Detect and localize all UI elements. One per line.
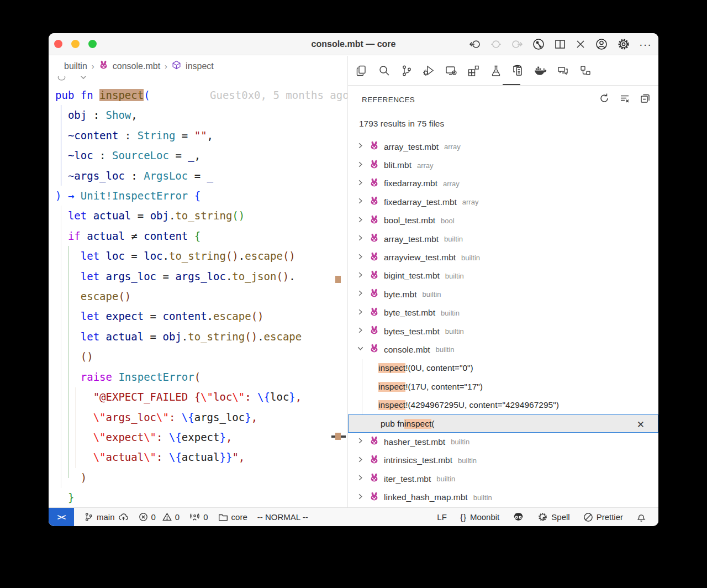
code-line: \"actual\": \{actual}}", (55, 447, 302, 467)
refresh-icon[interactable] (599, 93, 610, 106)
file-directory: array (462, 198, 479, 206)
reference-match-row[interactable]: inspect!(4294967295U, content="429496729… (348, 396, 658, 414)
reference-file-row[interactable]: array_test.mbtbuiltin (348, 230, 658, 248)
notifications-bell-icon[interactable] (636, 512, 646, 522)
reference-match-row[interactable]: inspect!(17U, content="17") (348, 377, 658, 396)
comments-icon[interactable] (556, 64, 570, 77)
vim-mode-item[interactable]: -- NORMAL -- (257, 512, 308, 522)
copilot-status-item[interactable] (513, 511, 524, 523)
code-line: \"expect\": \{expect}, (55, 427, 302, 447)
eol-status-item[interactable]: LF (437, 512, 447, 522)
code-line: let actual = obj.to_string() (55, 206, 302, 225)
file-directory: builtin (441, 309, 460, 317)
chevron-right-icon[interactable] (356, 308, 365, 318)
reference-match-row[interactable]: inspect!(0U, content="0") (348, 359, 658, 377)
code-editor[interactable]: pub fn inspect( obj : Show, ~content : S… (49, 76, 347, 507)
reference-file-row[interactable]: bytes_test.mbtbuiltin (348, 322, 658, 340)
settings-gear-icon[interactable] (617, 38, 630, 51)
chevron-right-icon[interactable] (356, 253, 365, 263)
navigate-back-icon[interactable] (469, 38, 481, 50)
close-editor-icon[interactable] (575, 39, 586, 50)
chevron-right-icon[interactable] (356, 160, 365, 171)
run-task-icon[interactable] (532, 38, 545, 51)
reference-file-row[interactable]: hasher_test.mbtbuiltin (348, 433, 658, 451)
file-directory: array (443, 180, 460, 188)
explorer-icon[interactable] (355, 64, 368, 77)
problems-status-item[interactable]: 0 0 (139, 512, 180, 522)
reference-file-row[interactable]: intrinsics_test.mbtbuiltin (348, 452, 658, 470)
breadcrumb-item-file[interactable]: console.mbt (113, 61, 160, 71)
moonbit-rabbit-icon (370, 473, 379, 485)
editor-group: builtin › console.mbt › inspect (49, 56, 347, 507)
breadcrumb: builtin › console.mbt › inspect (49, 56, 347, 76)
language-status-item[interactable]: {} Moonbit (460, 512, 499, 522)
reference-file-row[interactable]: linked_hash_map.mbtbuiltin (348, 488, 658, 506)
chevron-right-icon[interactable] (356, 141, 365, 152)
chevron-right-icon[interactable] (356, 234, 365, 244)
chevron-right-icon[interactable] (356, 474, 365, 484)
reference-file-row[interactable]: blit.mbtarray (348, 156, 658, 174)
chevron-right-icon[interactable] (356, 492, 365, 503)
hierarchy-icon[interactable] (578, 64, 592, 77)
reference-file-row[interactable]: byte.mbtbuiltin (348, 285, 658, 303)
folder-status-item[interactable]: core (218, 512, 247, 522)
chevron-right-icon[interactable] (356, 289, 365, 300)
branch-status-item[interactable]: main (84, 512, 129, 522)
remote-indicator[interactable]: >< (49, 508, 74, 527)
reference-file-row[interactable]: byte_test.mbtbuiltin (348, 304, 658, 322)
braces-icon: {} (460, 512, 467, 522)
reference-selected-row[interactable]: pub fn inspect(✕ (348, 414, 658, 433)
prettier-status-item[interactable]: Prettier (583, 512, 623, 522)
moonbit-rabbit-icon (370, 436, 379, 448)
reference-file-row[interactable]: console.mbtbuiltin (348, 340, 658, 359)
account-icon[interactable] (595, 38, 608, 51)
reference-file-row[interactable]: fixedarray_test.mbtarray (348, 193, 658, 211)
run-debug-icon[interactable] (422, 64, 436, 77)
file-directory: bool (441, 217, 455, 225)
chevron-right-icon[interactable] (356, 197, 365, 207)
code-line: let expect = content.escape() (55, 306, 302, 326)
navigate-middle-icon (490, 38, 502, 50)
breadcrumb-item-symbol[interactable]: inspect (186, 61, 214, 71)
search-icon[interactable] (377, 64, 391, 77)
moonbit-test-gutter-icon[interactable] (56, 76, 67, 83)
source-control-icon[interactable] (399, 64, 413, 77)
moonbit-rabbit-icon (370, 307, 379, 319)
code-line: () (55, 347, 302, 366)
moonbit-rabbit-icon (99, 60, 108, 72)
dismiss-reference-icon[interactable]: ✕ (637, 419, 645, 431)
chevron-right-icon[interactable] (356, 326, 365, 337)
testing-icon[interactable] (489, 64, 503, 77)
moonbit-rabbit-icon (370, 215, 379, 227)
chevron-right-icon[interactable] (356, 455, 365, 466)
split-editor-icon[interactable] (554, 38, 566, 50)
reference-file-row[interactable]: array_test.mbtarray (348, 138, 658, 156)
breadcrumb-item-builtin[interactable]: builtin (64, 61, 87, 71)
folder-icon (218, 512, 228, 522)
chevron-right-icon[interactable] (356, 271, 365, 281)
fold-chevron-icon[interactable] (79, 76, 88, 83)
chevron-right-icon[interactable] (356, 437, 365, 447)
references-icon[interactable] (511, 64, 525, 77)
reference-file-row[interactable]: arrayview_test.mbtbuiltin (348, 248, 658, 266)
reference-file-row[interactable]: bool_test.mbtbool (348, 212, 658, 230)
chevron-right-icon[interactable] (356, 216, 365, 226)
docker-icon[interactable] (534, 64, 547, 77)
reference-file-row[interactable]: bigint_test.mbtbuiltin (348, 267, 658, 285)
file-directory: array (444, 143, 461, 151)
clear-results-icon[interactable] (619, 93, 630, 106)
more-actions-icon[interactable]: ··· (639, 33, 652, 55)
reference-file-row[interactable]: iter_test.mbtbuiltin (348, 470, 658, 488)
extensions-icon[interactable] (467, 64, 481, 77)
prettier-label: Prettier (597, 512, 623, 522)
chevron-down-icon[interactable] (356, 344, 365, 355)
remote-explorer-icon[interactable] (444, 64, 458, 77)
collapse-all-icon[interactable] (640, 93, 651, 106)
chevron-right-icon[interactable] (356, 179, 365, 189)
file-directory: array (417, 161, 434, 170)
file-name: fixedarray_test.mbt (384, 197, 457, 207)
branch-name: main (97, 512, 115, 522)
reference-file-row[interactable]: fixedarray.mbtarray (348, 175, 658, 193)
ports-status-item[interactable]: 0 (189, 512, 208, 522)
spell-status-item[interactable]: Spell (537, 512, 569, 522)
